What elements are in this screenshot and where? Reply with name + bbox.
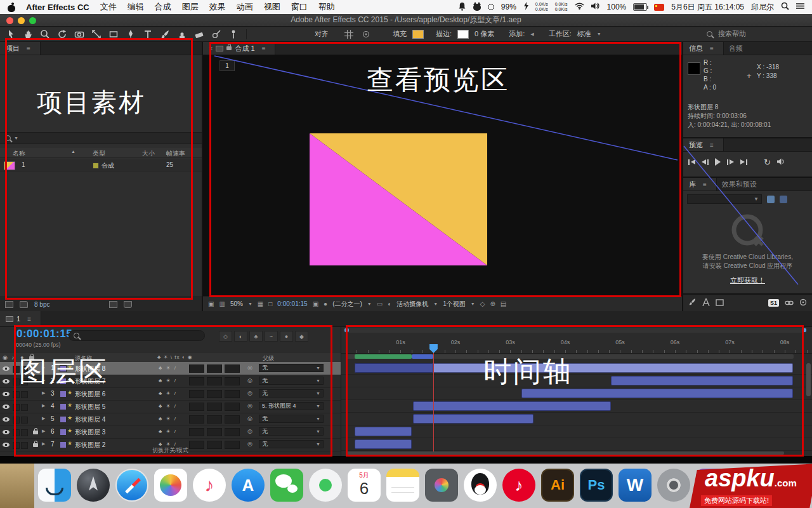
eye-icon[interactable]: [3, 417, 10, 422]
audio-mute-button[interactable]: [777, 156, 786, 168]
app-store-icon[interactable]: A: [232, 469, 265, 502]
eraser-tool-icon[interactable]: [193, 29, 205, 40]
panel-menu-icon[interactable]: ≡: [706, 45, 717, 52]
workspace-dropdown-icon[interactable]: ▼: [597, 32, 601, 36]
snapshot-camera-icon[interactable]: ▣: [313, 300, 318, 307]
link-chain-icon[interactable]: [785, 297, 794, 309]
eye-icon[interactable]: [3, 379, 10, 384]
photoshop-icon[interactable]: Ps: [580, 469, 613, 502]
help-search-placeholder[interactable]: 搜索帮助: [718, 29, 746, 39]
menubar-username[interactable]: 邱尼尔: [751, 2, 774, 13]
magnification-dropdown-icon[interactable]: ▼: [248, 302, 252, 306]
volume-icon[interactable]: [591, 3, 600, 11]
fast-preview-icon[interactable]: ⊕: [490, 300, 495, 307]
library-select[interactable]: ▼: [687, 194, 762, 204]
input-method-flag-icon[interactable]: [654, 4, 664, 11]
panel-menu-icon[interactable]: ≡: [699, 181, 710, 188]
spotlight-icon[interactable]: [781, 2, 789, 12]
resolution-value[interactable]: (二分之一): [332, 300, 362, 309]
qq-icon[interactable]: [464, 469, 497, 502]
photo-booth-icon[interactable]: [425, 469, 458, 502]
apple-menu-icon[interactable]: [8, 3, 15, 12]
mask-visibility-icon[interactable]: □: [268, 300, 272, 307]
tab-libraries[interactable]: 库 ≡: [683, 178, 717, 190]
menu-animation[interactable]: 动画: [237, 1, 253, 13]
puppet-pin-tool-icon[interactable]: [228, 29, 239, 40]
tab-audio[interactable]: 音频: [724, 44, 748, 53]
finder-icon[interactable]: [38, 469, 71, 502]
bell-icon[interactable]: [458, 2, 466, 13]
workspace-value[interactable]: 标准: [577, 29, 591, 39]
view-layout-value[interactable]: 1个视图: [443, 300, 466, 309]
menu-help[interactable]: 帮助: [318, 1, 335, 13]
pixel-aspect-icon[interactable]: ◇: [480, 300, 485, 307]
first-frame-button[interactable]: [688, 159, 695, 165]
resolution-dropdown-icon[interactable]: ▼: [367, 302, 372, 306]
last-frame-button[interactable]: [740, 159, 747, 165]
battery-percent-2[interactable]: 100%: [607, 3, 627, 11]
timeline-vertical-scrollbar[interactable]: [806, 363, 811, 396]
grid-guides-icon[interactable]: ▦: [258, 300, 263, 307]
s1-badge[interactable]: S1: [768, 299, 779, 307]
fill-color-swatch[interactable]: [412, 30, 424, 39]
stroke-label[interactable]: 描边:: [436, 29, 452, 39]
viewer-timecode[interactable]: 0:00:01:15: [277, 300, 307, 307]
align-label[interactable]: 对齐: [315, 29, 329, 39]
eye-icon[interactable]: [3, 430, 10, 434]
magnification-value[interactable]: 50%: [230, 300, 243, 307]
camera-dropdown-icon[interactable]: ▼: [433, 302, 438, 306]
battery-percent[interactable]: 99%: [501, 3, 516, 11]
tab-preview[interactable]: 预览 ≡: [683, 138, 724, 151]
transparency-grid-icon[interactable]: ◐: [388, 300, 391, 307]
color-depth-button[interactable]: 8 bpc: [34, 301, 49, 308]
previous-frame-button[interactable]: [702, 159, 709, 165]
anchor-target-icon[interactable]: [360, 29, 372, 40]
menu-file[interactable]: 文件: [100, 1, 117, 13]
get-now-link[interactable]: 立即获取！: [683, 276, 812, 285]
rotobrush-tool-icon[interactable]: [211, 29, 222, 40]
notes-icon[interactable]: [386, 469, 419, 502]
stroke-color-swatch[interactable]: [457, 30, 469, 39]
word-icon[interactable]: W: [619, 469, 652, 502]
snap-grid-icon[interactable]: [343, 29, 355, 40]
show-channel-icon[interactable]: ●: [324, 300, 327, 307]
menu-window[interactable]: 窗口: [291, 1, 308, 13]
interpret-footage-icon[interactable]: [5, 301, 13, 308]
panel-menu-icon[interactable]: ≡: [23, 316, 35, 323]
region-of-interest-icon[interactable]: ▭: [377, 300, 383, 307]
tab-timeline-comp[interactable]: 1 ≡: [0, 311, 41, 326]
netease-music-icon[interactable]: ♪: [502, 469, 535, 502]
menu-composition[interactable]: 合成: [155, 1, 171, 13]
help-search-icon[interactable]: [707, 31, 712, 37]
notification-center-icon[interactable]: [796, 3, 804, 11]
tab-effects-presets[interactable]: 效果和预设: [717, 180, 762, 189]
wechat-icon[interactable]: [270, 469, 303, 502]
eye-column-icon[interactable]: ◉: [3, 354, 8, 361]
expand-view-icon[interactable]: ▣: [208, 300, 214, 307]
active-camera-value[interactable]: 活动摄像机: [396, 300, 428, 309]
minimize-window-button[interactable]: [18, 17, 25, 24]
itunes-icon[interactable]: ♪: [193, 469, 226, 502]
safari-icon[interactable]: [115, 469, 148, 502]
network-speed-up-down[interactable]: 0.0K/s 0.0K/s: [535, 2, 548, 12]
new-folder-icon[interactable]: [20, 301, 28, 308]
wifi-icon[interactable]: [575, 3, 584, 11]
zoom-window-button[interactable]: [29, 17, 36, 24]
mask-panel-icon[interactable]: [716, 297, 724, 309]
add-label[interactable]: 添加:: [509, 29, 525, 39]
record-circle-icon[interactable]: [488, 4, 494, 10]
network-speed-secondary[interactable]: 0.0K/s 0.0K/s: [555, 2, 568, 12]
illustrator-icon[interactable]: Ai: [541, 469, 574, 502]
close-window-button[interactable]: [6, 17, 13, 24]
launchpad-icon[interactable]: [77, 469, 110, 502]
panel-menu-icon[interactable]: ≡: [706, 142, 717, 149]
mini-flowchart-icon[interactable]: ▥: [219, 300, 225, 307]
menu-effects[interactable]: 效果: [209, 1, 226, 13]
character-panel-icon[interactable]: [702, 297, 710, 309]
eye-icon[interactable]: [3, 404, 10, 409]
timeline-button-icon[interactable]: ▤: [501, 300, 506, 307]
target-panel-icon[interactable]: [799, 297, 807, 309]
delete-trash-icon[interactable]: [124, 301, 132, 308]
menubar-clock[interactable]: 5月6日 周五 16:14:05: [671, 2, 744, 13]
next-frame-button[interactable]: [727, 159, 734, 165]
